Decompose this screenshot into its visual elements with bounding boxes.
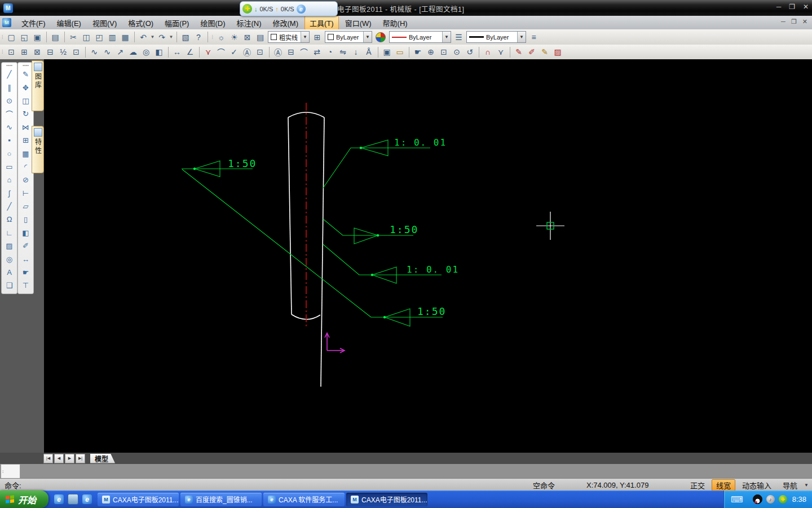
zoom-in-icon[interactable]: ⊕ [425, 46, 438, 58]
app-icon[interactable]: M [3, 3, 13, 13]
cylinder-icon[interactable]: ◧ [153, 46, 166, 58]
pan-hand-icon[interactable]: ☛ [412, 46, 425, 58]
dim-coordinate-icon[interactable]: ∠ [184, 46, 197, 58]
menu-tools[interactable]: 工具(T) [304, 16, 339, 30]
command-history[interactable]: ⁞ [0, 464, 812, 478]
ellipse-tool[interactable]: ○ [3, 147, 16, 160]
brush-format-icon[interactable]: ✎ [513, 46, 526, 58]
break-tool[interactable]: ▯ [19, 213, 32, 226]
arrow-icon[interactable]: ↗ [114, 46, 127, 58]
redo-icon[interactable]: ↷ [156, 31, 169, 43]
symbol-circle-icon[interactable]: ◎ [140, 46, 153, 58]
quicklaunch-show-desktop-icon[interactable] [68, 494, 78, 505]
down-dim-icon[interactable]: ↓ [350, 46, 363, 58]
save-icon[interactable]: ▣ [31, 31, 44, 43]
quicklaunch-ie-2-icon[interactable]: e [82, 494, 92, 504]
lineweight-combo-dropdown[interactable]: ▼ [517, 32, 526, 42]
curve-icon[interactable]: ⋎ [202, 46, 215, 58]
task-caxa-2[interactable]: MCAXA电子图板2011... [346, 493, 427, 506]
first-sheet-button[interactable]: |◀ [43, 454, 53, 463]
dim-style-tool[interactable]: ⊤ [19, 279, 32, 292]
style-dim-icon[interactable]: Å [363, 46, 376, 58]
panel-grip[interactable]: ⁞ [2, 471, 3, 472]
restore-button[interactable]: ❐ [789, 3, 795, 11]
frame-title-icon[interactable]: ⊠ [31, 46, 44, 58]
palette-grip[interactable]: •••• [6, 63, 12, 68]
toolbar-grip[interactable]: ⁞ [212, 34, 214, 40]
toggle-lineweight[interactable]: 线宽 [712, 479, 735, 491]
leader-icon[interactable]: ⌒ [298, 46, 311, 58]
zoom-window-icon[interactable]: ⊡ [438, 46, 451, 58]
extend-tool[interactable]: ⊢ [19, 187, 32, 200]
help-icon[interactable]: ? [192, 31, 205, 43]
copy-tool[interactable]: ◫ [19, 94, 32, 107]
color-wheel-icon[interactable] [376, 32, 386, 42]
frame-table-icon[interactable]: ⊟ [44, 46, 57, 58]
task-baidu[interactable]: e百度搜索_圆锥销... [180, 493, 262, 506]
fillet-tool[interactable]: ◜ [19, 160, 32, 173]
ba-dim-icon[interactable]: ⇋ [337, 46, 350, 58]
point-tool[interactable]: ▪ [3, 134, 16, 147]
snap-icon[interactable]: ⋎ [495, 46, 508, 58]
linetype-combo-dropdown[interactable]: ▼ [442, 32, 451, 42]
print-icon[interactable]: ▤ [49, 31, 62, 43]
globe-icon[interactable]: ◔ [324, 46, 337, 58]
docked-mini-panel[interactable]: ⁞ [1, 464, 20, 479]
cloud-line-icon[interactable]: ☁ [127, 46, 140, 58]
part-number-icon[interactable]: ½ [57, 46, 70, 58]
paste-icon[interactable]: ▥ [106, 31, 119, 43]
task-caxa-1[interactable]: MCAXA电子图板2011... [98, 493, 179, 506]
document-icon[interactable]: M [2, 18, 11, 27]
cut-icon[interactable]: ✂ [67, 31, 80, 43]
toolbar-menu-icon[interactable]: ≡ [527, 31, 540, 43]
minimize-button[interactable]: ─ [776, 3, 782, 11]
trim-tool[interactable]: ⊘ [19, 173, 32, 186]
menu-view[interactable]: 视图(V) [87, 16, 122, 30]
wave-line-icon[interactable]: ∿ [88, 46, 101, 58]
command-prompt[interactable]: 命令: [5, 480, 21, 491]
menu-sheet[interactable]: 幅面(P) [160, 16, 194, 30]
polygon-tool[interactable]: ⌂ [3, 173, 16, 186]
lineweight-combo[interactable]: ByLayer ▼ [466, 31, 526, 43]
volume-tray-icon[interactable]: ♪ [766, 495, 775, 503]
next-sheet-button[interactable]: ▶ [65, 454, 74, 463]
magnet-icon[interactable]: ∩ [482, 46, 495, 58]
edit-dim-tool[interactable]: ✐ [19, 239, 32, 252]
scale-tool[interactable]: ▦ [19, 147, 32, 160]
linetype-combo[interactable]: ByLayer ▼ [389, 31, 451, 43]
menu-help[interactable]: 帮助(H) [378, 16, 413, 30]
drawing-canvas[interactable]: 1:50 1: 0. 01 1:50 1: 0. 01 1:50 [44, 59, 812, 453]
polyline-tool[interactable]: ∟ [3, 226, 16, 239]
brush-clean-icon[interactable]: ✎ [539, 46, 551, 58]
start-button[interactable]: 开始 [0, 491, 48, 508]
arc-dim-icon[interactable]: ⌒ [215, 46, 228, 58]
text-box-icon[interactable]: Ⓐ [272, 46, 285, 58]
check-dim-icon[interactable]: ✓ [228, 46, 241, 58]
text-a-icon[interactable]: Ⓐ [241, 46, 254, 58]
spline-tool[interactable]: ∿ [3, 121, 16, 134]
contour-tool[interactable]: Ω [3, 213, 16, 226]
menu-modify[interactable]: 修改(M) [268, 16, 304, 30]
doc-restore-button[interactable]: ❐ [791, 18, 797, 25]
tab-properties[interactable]: 特性 [32, 126, 44, 173]
array-tool[interactable]: ⊞ [19, 134, 32, 147]
menu-dimension[interactable]: 标注(N) [231, 16, 266, 30]
last-sheet-button[interactable]: ▶| [76, 454, 85, 463]
color-combo[interactable]: ByLayer ▼ [325, 31, 372, 43]
parallel-tool[interactable]: ∥ [3, 81, 16, 94]
toggle-dynamic-input[interactable]: 动态输入 [738, 479, 776, 491]
layers-manager-icon[interactable]: ⊞ [311, 31, 324, 43]
dim-h-tool[interactable]: ↔ [19, 252, 32, 265]
layer-freeze-icon[interactable]: ☀ [228, 31, 241, 43]
frame-full-icon[interactable]: ⊡ [5, 46, 18, 58]
undo-icon[interactable]: ↶ [137, 31, 150, 43]
section-line-icon[interactable]: ∿ [101, 46, 114, 58]
text-move-icon[interactable]: ⇄ [311, 46, 324, 58]
erase-tool[interactable]: ✎ [19, 68, 32, 81]
menu-format[interactable]: 格式(O) [123, 16, 158, 30]
task-caxa-service[interactable]: eCAXA 软件服务工... [263, 493, 345, 506]
new-icon[interactable]: ▢ [5, 31, 18, 43]
props-match-tool[interactable]: ☛ [19, 266, 32, 279]
arc-tool[interactable]: ⌒ [3, 107, 16, 120]
undo-icon-dropdown[interactable]: ▼ [150, 34, 156, 40]
